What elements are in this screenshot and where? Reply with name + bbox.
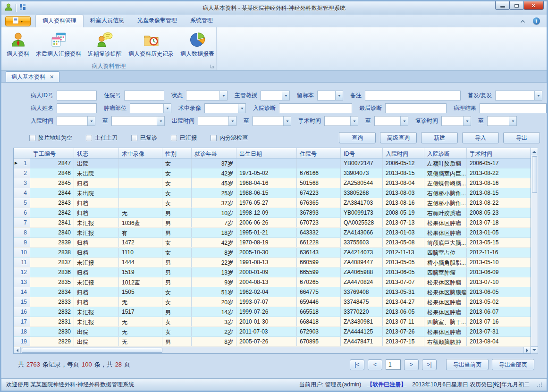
column-header-status[interactable]: 状态 <box>74 148 119 158</box>
revisit-date-from-select[interactable] <box>441 116 471 126</box>
admission-diag-input[interactable] <box>279 103 352 113</box>
import-button[interactable]: 导入 <box>462 132 499 143</box>
table-row[interactable]: 82840未汇报有男18岁1995-01-21643332ZA414306620… <box>14 228 531 238</box>
table-row[interactable]: 42844未出院女25岁1988-06-15674223338052682013… <box>14 188 531 198</box>
patient-id-input[interactable] <box>57 91 97 100</box>
column-header-birth-date[interactable]: 出生日期 <box>236 148 297 158</box>
checkbox-chief-surgeon[interactable]: 主任主刀 <box>86 134 118 142</box>
export-all-pages-button[interactable]: 导出全部页 <box>492 359 534 370</box>
vertical-scrollbar[interactable] <box>531 148 538 354</box>
first-recur-select[interactable] <box>495 91 542 100</box>
vertical-scroll-thumb[interactable] <box>532 156 537 193</box>
horizontal-scrollbar[interactable] <box>14 347 531 353</box>
next-page-button[interactable]: > <box>404 359 419 370</box>
remark-input[interactable] <box>365 91 461 100</box>
status-select[interactable] <box>186 91 228 100</box>
ribbon-tab-disc-tape-mgmt[interactable]: 光盘录像带管理 <box>131 15 184 27</box>
revisit-date-to-select[interactable] <box>487 116 517 126</box>
scroll-down-icon[interactable] <box>531 346 538 353</box>
table-row[interactable]: 142834归档1505女51岁1962-02-0466477533769408… <box>14 287 531 297</box>
table-row[interactable]: 62842归档无男10岁1998-12-09367893YB0099173200… <box>14 208 531 218</box>
table-row[interactable]: 22846未出院女42岁1971-05-02676166339040732013… <box>14 168 531 178</box>
patient-name-input[interactable] <box>57 103 97 113</box>
table-row[interactable]: 122836归档1519男13岁2000-01-09665599ZA406598… <box>14 267 531 277</box>
ribbon-item-postop-report-data[interactable]: 术后病人汇报资料 <box>33 29 84 61</box>
table-row[interactable]: 172831未汇报无女3岁2010-01-30668418ZA343098120… <box>14 317 531 327</box>
prev-page-button[interactable]: < <box>368 359 382 370</box>
ribbon-tab-dept-staff-info[interactable]: 科室人员信息 <box>84 15 131 27</box>
scroll-left-icon[interactable] <box>14 347 21 353</box>
column-header-intraop-video[interactable]: 术中录像 <box>119 148 162 158</box>
table-row[interactable]: 92839归档1472女42岁1970-08-19661228337556032… <box>14 238 531 248</box>
tab-close-icon[interactable]: ✕ <box>50 74 54 80</box>
new-button[interactable]: 新建 <box>421 132 458 143</box>
table-row[interactable]: 182830出院无女2岁2011-07-03672903ZA4444125201… <box>14 327 531 337</box>
column-header-gender[interactable]: 性别 <box>162 148 192 158</box>
column-header-age-at-visit[interactable]: 就诊年龄 <box>192 148 236 158</box>
title-bar[interactable]: 病人基本资料 - 某某医院神经外科-神经外科数据管理系统 ✕ <box>1 1 547 15</box>
tab-patient-basic-info[interactable]: 病人基本资料 ✕ <box>6 71 59 82</box>
ribbon-item-patient-data-report[interactable]: 病人数据报表 <box>177 29 218 61</box>
advanced-query-button[interactable]: 高级查询 <box>380 132 417 143</box>
software-registered-link[interactable]: 【软件已注册】 <box>367 381 406 389</box>
column-header-admit-date[interactable]: 入院时间 <box>383 148 424 158</box>
table-row[interactable]: 192829出院无男8岁2005-07-26670895ZA4478471201… <box>14 337 531 347</box>
resize-grip[interactable] <box>537 383 542 387</box>
collapse-ribbon-icon[interactable] <box>520 17 525 25</box>
ribbon-item-patient-history[interactable]: 病人资料历史记录 <box>125 29 177 61</box>
admit-date-to-select[interactable] <box>111 116 165 126</box>
column-header-admit-diagnosis[interactable]: 入院诊断 <box>424 148 467 158</box>
column-header-manual-no[interactable]: 手工编号 <box>30 148 74 158</box>
final-diag-input[interactable] <box>385 103 447 113</box>
dialog-launcher-icon[interactable] <box>210 63 214 70</box>
checkbox-film-address-empty[interactable]: 胶片地址为空 <box>29 134 72 142</box>
close-button[interactable]: ✕ <box>523 1 544 10</box>
table-row[interactable]: 132835未汇报1012蓝男9岁2004-08-13670265ZA44708… <box>14 277 531 287</box>
surgery-date-to-select[interactable] <box>374 116 408 126</box>
specimen-select[interactable] <box>317 91 343 100</box>
checkbox-revisited[interactable]: 已复诊 <box>131 134 157 142</box>
export-current-page-button[interactable]: 导出当前页 <box>446 359 489 370</box>
professor-select[interactable] <box>261 91 290 100</box>
ribbon-tab-patient-data-mgmt[interactable]: 病人资料管理 <box>35 15 84 27</box>
table-row[interactable]: 152833归档无女20岁1993-07-0765944633748475201… <box>14 297 531 307</box>
info-icon[interactable]: i <box>533 17 540 25</box>
first-page-button[interactable]: |< <box>350 359 364 370</box>
column-header-selector[interactable] <box>14 148 30 158</box>
horizontal-scroll-thumb[interactable] <box>22 348 162 353</box>
table-row[interactable]: 32845归档女45岁1968-04-16501568ZA25805442013… <box>14 178 531 188</box>
last-page-button[interactable]: >| <box>422 359 437 370</box>
minimize-button[interactable] <box>495 1 510 10</box>
column-header-admission-no[interactable]: 住院号 <box>297 148 341 158</box>
ribbon-item-patient-data[interactable]: 病人资料 <box>3 29 33 61</box>
page-number-input[interactable] <box>386 359 401 370</box>
column-header-surgery-date[interactable]: 手术时间 <box>467 148 531 158</box>
discharge-date-from-select[interactable] <box>198 116 236 126</box>
tumor-site-select[interactable] <box>130 103 171 113</box>
admission-no-input[interactable] <box>124 91 164 100</box>
pathology-input[interactable] <box>480 103 547 113</box>
export-button[interactable]: 导出 <box>503 132 540 143</box>
table-row[interactable]: ▶12847出院女37岁YB00721472006-05-12左额叶胶质瘤200… <box>14 158 531 168</box>
column-header-id-no[interactable]: ID号 <box>341 148 383 158</box>
scroll-up-icon[interactable] <box>531 148 538 155</box>
app-menu-button[interactable]: ▼ <box>5 16 31 26</box>
checkbox-endocrine-exam[interactable]: 内分泌检查 <box>211 134 248 142</box>
scroll-right-icon[interactable] <box>523 347 531 353</box>
ribbon-tab-system-mgmt[interactable]: 系统管理 <box>184 15 219 27</box>
query-button[interactable]: 查询 <box>339 132 376 143</box>
table-row[interactable]: 102838归档1110女8岁2005-10-30636143ZA4214073… <box>14 248 531 258</box>
surgery-date-from-select[interactable] <box>324 116 358 126</box>
table-row[interactable]: 72841未汇报1036蓝男7岁2006-06-26670723QA002552… <box>14 218 531 228</box>
admit-date-from-select[interactable] <box>57 116 95 126</box>
table-row[interactable]: 162832未汇报1517男14岁1999-07-266655183377022… <box>14 307 531 317</box>
quick-access-icon[interactable] <box>19 3 26 13</box>
maximize-button[interactable] <box>509 1 524 10</box>
intraop-video-select[interactable] <box>204 103 246 113</box>
ribbon-item-revisit-reminder[interactable]: 近期复诊提醒 <box>84 29 125 61</box>
checkbox-reported[interactable]: 已汇报 <box>171 134 197 142</box>
table-row[interactable]: 52843归档女37岁1976-05-27676365ZA38417032013… <box>14 198 531 208</box>
table-row[interactable]: 112837未汇报1444男22岁1991-08-13660599ZA40894… <box>14 258 531 267</box>
cell-admit-diagnosis: 桥小脑角胆脂... <box>424 258 467 267</box>
discharge-date-to-select[interactable] <box>253 116 291 126</box>
